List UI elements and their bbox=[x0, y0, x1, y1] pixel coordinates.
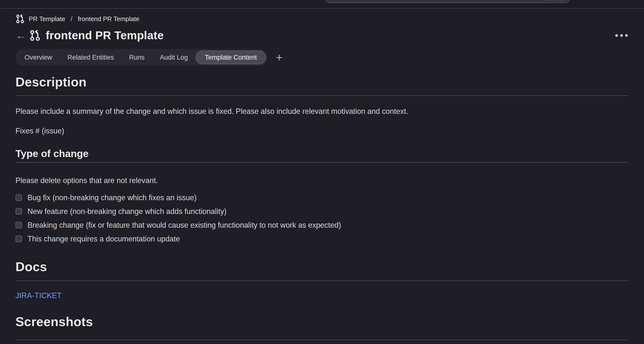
add-tab-button[interactable]: + bbox=[276, 52, 282, 63]
breadcrumb-current[interactable]: frontend PR Template bbox=[78, 15, 140, 23]
ellipsis-icon bbox=[625, 34, 628, 37]
section-heading-screenshots: Screenshots bbox=[16, 314, 629, 329]
checkbox-label: This change requires a documentation upd… bbox=[28, 235, 180, 243]
list-item: This change requires a documentation upd… bbox=[16, 235, 629, 243]
checkbox-label: New feature (non-breaking change which a… bbox=[28, 207, 226, 216]
tabs-row: Overview Related Entities Runs Audit Log… bbox=[16, 49, 629, 66]
search-input[interactable] bbox=[326, 0, 570, 3]
page-header: ← frontend PR Template bbox=[16, 28, 629, 42]
entity-page: PR Template / frontend PR Template ← fro… bbox=[0, 8, 644, 340]
pull-request-icon bbox=[29, 30, 41, 41]
type-of-change-options: Bug fix (non-breaking change which fixes… bbox=[16, 193, 629, 243]
shortcut-keycap bbox=[555, 0, 565, 1]
type-of-change-intro: Please delete options that are not relev… bbox=[16, 175, 629, 186]
list-item: New feature (non-breaking change which a… bbox=[16, 207, 629, 215]
checkbox-new-feature[interactable] bbox=[16, 208, 22, 215]
breadcrumb: PR Template / frontend PR Template bbox=[16, 14, 629, 24]
list-item: Breaking change (fix or feature that wou… bbox=[16, 221, 629, 229]
back-button[interactable]: ← bbox=[16, 28, 29, 42]
ellipsis-icon bbox=[620, 34, 623, 37]
description-paragraph: Please include a summary of the change a… bbox=[16, 106, 629, 117]
checkbox-bug-fix[interactable] bbox=[16, 194, 22, 201]
section-divider bbox=[16, 281, 629, 281]
top-bar bbox=[0, 0, 644, 8]
fixes-line: Fixes # (issue) bbox=[16, 125, 629, 136]
more-menu-button[interactable] bbox=[614, 32, 629, 39]
section-divider bbox=[16, 340, 629, 340]
tab-runs[interactable]: Runs bbox=[122, 54, 152, 61]
checkbox-documentation-update[interactable] bbox=[16, 236, 22, 242]
breadcrumb-separator: / bbox=[69, 15, 74, 23]
checkbox-label: Bug fix (non-breaking change which fixes… bbox=[28, 193, 196, 202]
ellipsis-icon bbox=[615, 34, 618, 37]
tab-bar: Overview Related Entities Runs Audit Log… bbox=[16, 49, 268, 66]
section-heading-type-of-change: Type of change bbox=[16, 148, 629, 159]
section-heading-docs: Docs bbox=[16, 259, 629, 274]
tab-related-entities[interactable]: Related Entities bbox=[60, 54, 122, 61]
checkbox-breaking-change[interactable] bbox=[16, 222, 22, 228]
list-item: Bug fix (non-breaking change which fixes… bbox=[16, 193, 629, 202]
tab-overview[interactable]: Overview bbox=[17, 54, 60, 61]
section-divider bbox=[16, 95, 629, 96]
checkbox-label: Breaking change (fix or feature that wou… bbox=[28, 221, 341, 229]
tab-template-content[interactable]: Template Content bbox=[196, 50, 266, 64]
page-title: frontend PR Template bbox=[46, 29, 164, 42]
pull-request-icon bbox=[16, 14, 25, 23]
tab-audit-log[interactable]: Audit Log bbox=[152, 54, 196, 61]
shortcut-keycaps-icon bbox=[543, 0, 565, 1]
breadcrumb-parent[interactable]: PR Template bbox=[29, 15, 65, 23]
section-divider bbox=[16, 162, 629, 163]
shortcut-keycap bbox=[543, 0, 553, 1]
section-heading-description: Description bbox=[16, 75, 629, 89]
jira-ticket-link[interactable]: JIRA-TICKET bbox=[16, 291, 62, 300]
